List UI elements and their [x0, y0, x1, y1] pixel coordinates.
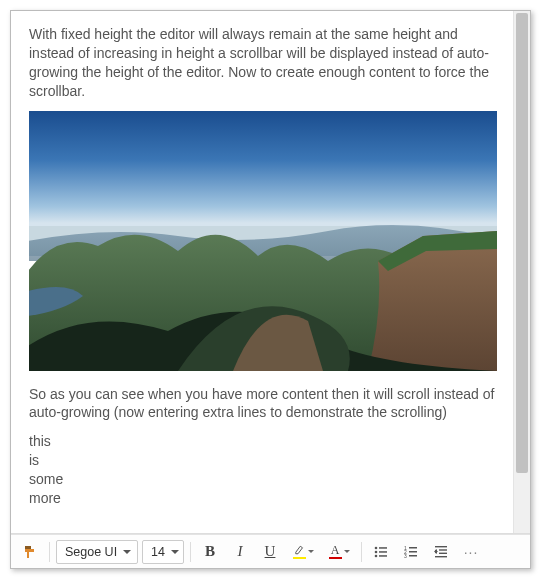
underline-button[interactable]: U [257, 539, 283, 565]
svg-point-3 [375, 546, 378, 549]
toolbar-separator [190, 542, 191, 562]
chevron-down-icon [308, 550, 314, 553]
bullet-list-icon [373, 544, 389, 560]
bold-button[interactable]: B [197, 539, 223, 565]
more-button[interactable]: ··· [458, 539, 484, 565]
font-size-value: 14 [151, 545, 165, 559]
chevron-down-icon [123, 550, 131, 554]
more-icon: ··· [464, 544, 479, 560]
svg-point-5 [375, 550, 378, 553]
italic-icon: I [238, 543, 243, 560]
editor-content[interactable]: With fixed height the editor will always… [11, 11, 513, 533]
font-size-select[interactable]: 14 [142, 540, 184, 564]
text-lines[interactable]: this is some more [29, 432, 497, 508]
text-line[interactable]: this [29, 432, 497, 451]
bold-icon: B [205, 543, 215, 560]
toolbar-separator [361, 542, 362, 562]
highlight-swatch [293, 557, 306, 559]
outdent-button[interactable] [428, 539, 454, 565]
editor-frame: With fixed height the editor will always… [10, 10, 531, 569]
text-line[interactable]: is [29, 451, 497, 470]
svg-rect-2 [25, 546, 31, 549]
svg-rect-14 [409, 555, 417, 557]
chevron-down-icon [344, 550, 350, 553]
font-color-swatch [329, 557, 342, 559]
svg-rect-8 [379, 555, 387, 557]
svg-rect-6 [379, 551, 387, 553]
svg-text:3: 3 [404, 553, 407, 559]
italic-button[interactable]: I [227, 539, 253, 565]
svg-rect-18 [435, 556, 447, 557]
vertical-scrollbar[interactable] [513, 11, 530, 533]
format-painter-button[interactable] [17, 539, 43, 565]
font-color-icon: A [331, 544, 340, 556]
text-line[interactable]: more [29, 489, 497, 508]
numbered-list-icon: 1 2 3 [403, 544, 419, 560]
scrollbar-thumb[interactable] [516, 13, 528, 473]
underline-icon: U [265, 543, 276, 560]
paragraph[interactable]: So as you can see when you have more con… [29, 385, 497, 423]
content-area-wrap: With fixed height the editor will always… [11, 11, 530, 534]
svg-rect-15 [435, 546, 447, 547]
svg-marker-19 [434, 549, 437, 554]
text-line[interactable]: some [29, 470, 497, 489]
numbered-list-button[interactable]: 1 2 3 [398, 539, 424, 565]
svg-rect-17 [439, 552, 447, 553]
paragraph[interactable]: With fixed height the editor will always… [29, 25, 497, 101]
paintbrush-icon [22, 544, 38, 560]
highlighter-icon [293, 544, 306, 556]
toolbar-separator [49, 542, 50, 562]
highlight-color-button[interactable] [287, 539, 319, 565]
font-family-value: Segoe UI [65, 545, 117, 559]
svg-rect-12 [409, 551, 417, 553]
chevron-down-icon [171, 550, 179, 554]
bullet-list-button[interactable] [368, 539, 394, 565]
outdent-icon [433, 544, 449, 560]
svg-rect-4 [379, 547, 387, 549]
font-color-button[interactable]: A [323, 539, 355, 565]
toolbar: Segoe UI 14 B I U [11, 534, 530, 568]
font-family-select[interactable]: Segoe UI [56, 540, 138, 564]
svg-point-7 [375, 554, 378, 557]
svg-rect-16 [439, 549, 447, 550]
svg-rect-10 [409, 547, 417, 549]
content-image[interactable] [29, 111, 497, 371]
